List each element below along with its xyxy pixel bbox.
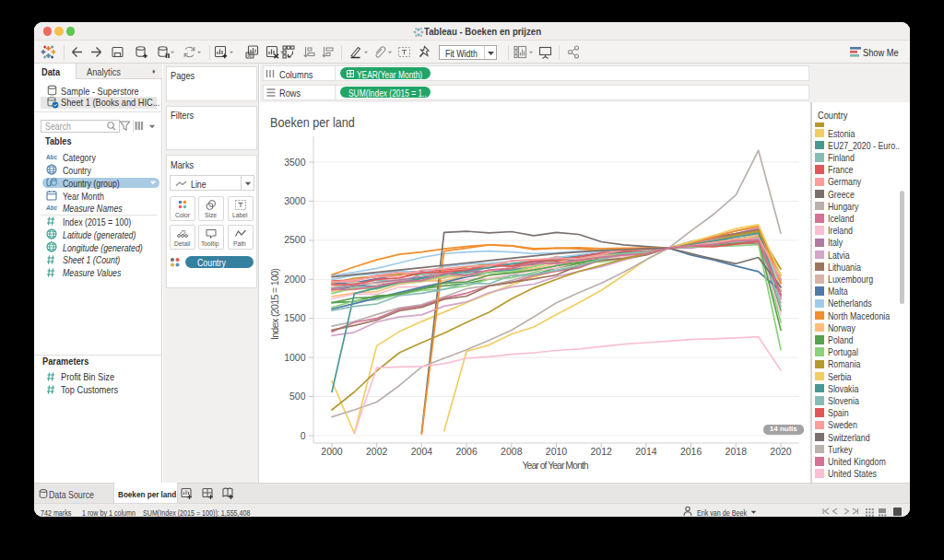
svg-text:Index (2015 = 100): Index (2015 = 100) — [269, 268, 280, 340]
svg-text:Year of Year Month: Year of Year Month — [522, 460, 588, 471]
